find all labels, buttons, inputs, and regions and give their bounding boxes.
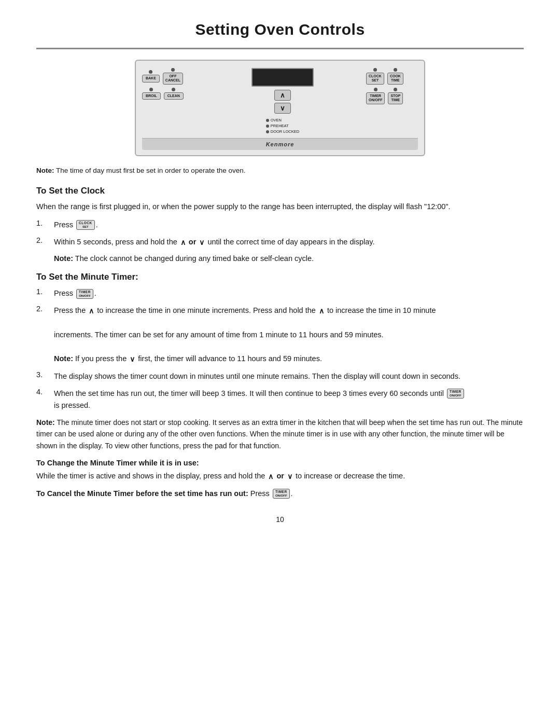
change-timer-text: While the timer is active and shows in t… bbox=[36, 470, 524, 482]
step-1-press-label: Press bbox=[54, 221, 73, 229]
timer-down-arrow-note: ∨ bbox=[130, 353, 135, 365]
down-arrow-btn: ∨ bbox=[274, 103, 291, 114]
clean-button-group: CLEAN bbox=[164, 88, 184, 100]
timer-step-2-text: Press the bbox=[54, 306, 86, 314]
clean-btn: CLEAN bbox=[164, 92, 184, 100]
clock-btn-label-bottom: SET bbox=[82, 225, 89, 229]
left-buttons: BAKE OFFCANCEL BROIL CLEAN bbox=[142, 68, 199, 100]
timer-step-2-text2: to increase the time in one minute incre… bbox=[97, 306, 316, 314]
clock-btn-label-top: CLOCK bbox=[79, 221, 92, 225]
up-arrow-inline: ∧ bbox=[180, 237, 186, 248]
timer-step-1-content: Press TIMER ON/OFF . bbox=[54, 287, 524, 299]
step-1-num: 1. bbox=[36, 219, 49, 227]
note-top: Note: The time of day must first be set … bbox=[36, 164, 524, 176]
timer-step-4-num: 4. bbox=[36, 388, 49, 396]
timer-step-2-num: 2. bbox=[36, 305, 49, 313]
timer-step-2-text4: increments. The timer can be set for any… bbox=[54, 331, 384, 339]
step-1-content: Press CLOCK SET . bbox=[54, 219, 524, 231]
timer-up-arrow: ∧ bbox=[89, 305, 94, 317]
timer-step-3-content: The display shows the timer count down i… bbox=[54, 370, 524, 382]
note-bottom-label: Note: bbox=[36, 418, 55, 427]
timer-up-arrow2: ∧ bbox=[319, 305, 324, 317]
off-cancel-btn: OFFCANCEL bbox=[163, 73, 183, 85]
change-timer-subheading: To Change the Minute Timer while it is i… bbox=[36, 459, 524, 467]
oven-display bbox=[251, 68, 314, 87]
cancel-timer-press: Press bbox=[250, 489, 272, 498]
change-timer-or: or bbox=[276, 472, 284, 480]
timer-step-4-content: When the set time has run out, the timer… bbox=[54, 388, 524, 411]
timer-step-2-text3: to increase the time in 10 minute bbox=[327, 306, 436, 314]
set-clock-note-text: The clock cannot be changed during any t… bbox=[75, 254, 314, 263]
note-top-text: The time of day must first be set in ord… bbox=[56, 167, 245, 174]
timer-step-2-note-text: If you press the bbox=[75, 354, 127, 363]
broil-button-group: BROIL bbox=[142, 88, 161, 100]
preheat-indicator: PREHEAT bbox=[266, 123, 299, 128]
timer-step-2-note-label: Note: bbox=[54, 354, 73, 363]
cancel-timer-line: To Cancel the Minute Timer before the se… bbox=[36, 488, 524, 500]
step-2-or: or bbox=[189, 238, 197, 246]
broil-btn: BROIL bbox=[142, 92, 161, 100]
note-top-label: Note: bbox=[36, 167, 54, 174]
clock-set-btn: CLOCKSET bbox=[366, 73, 384, 85]
timer-btn: TIMERON/OFF bbox=[366, 92, 385, 104]
timer-onoff-inline-btn: TIMER ON/OFF bbox=[76, 289, 93, 299]
right-buttons: CLOCKSET COOKTIME TIMERON/OFF STOPTIME bbox=[366, 68, 418, 104]
set-clock-note: Note: The clock cannot be changed during… bbox=[54, 253, 524, 265]
down-arrow-inline: ∨ bbox=[199, 237, 204, 248]
cancel-timer-btn: TIMER ON/OFF bbox=[273, 489, 290, 499]
change-timer-text-part1: While the timer is active and shows in t… bbox=[36, 472, 265, 480]
note-bottom: Note: The minute timer does not start or… bbox=[36, 417, 524, 451]
timer-btn-label-bottom: ON/OFF bbox=[79, 294, 91, 298]
clock-set-button-group: CLOCKSET bbox=[366, 68, 384, 85]
step-2-content: Within 5 seconds, press and hold the ∧ o… bbox=[54, 236, 524, 248]
page-number: 10 bbox=[36, 515, 524, 524]
step-2-text: Within 5 seconds, press and hold the bbox=[54, 238, 177, 246]
timer-step-2-content: Press the ∧ to increase the time in one … bbox=[54, 305, 524, 365]
timer-step-1-num: 1. bbox=[36, 287, 49, 296]
timer-step-2: 2. Press the ∧ to increase the time in o… bbox=[36, 305, 524, 365]
up-arrow-btn: ∧ bbox=[274, 90, 291, 101]
change-timer-down-arrow: ∨ bbox=[287, 471, 292, 482]
timer-step-1: 1. Press TIMER ON/OFF . bbox=[36, 287, 524, 299]
note-bottom-text: The minute timer does not start or stop … bbox=[36, 418, 523, 450]
cook-time-btn: COOKTIME bbox=[387, 73, 403, 85]
oven-diagram: BAKE OFFCANCEL BROIL CLEAN bbox=[36, 60, 524, 156]
cancel-timer-bold-text: To Cancel the Minute Timer before the se… bbox=[36, 489, 248, 498]
set-clock-step-2: 2. Within 5 seconds, press and hold the … bbox=[36, 236, 524, 248]
set-minute-timer-section-title: To Set the Minute Timer: bbox=[36, 272, 524, 282]
indicator-row: OVEN PREHEAT DOOR LOCKED bbox=[266, 118, 299, 134]
change-timer-text-part2: to increase or decrease the time. bbox=[296, 472, 405, 480]
timer-step-4-suffix: is pressed. bbox=[54, 401, 90, 409]
kenmore-brand: Kenmore bbox=[142, 138, 418, 150]
timer-step-4: 4. When the set time has run out, the ti… bbox=[36, 388, 524, 411]
oven-center: ∧ ∨ OVEN PREHEAT DOOR LOCKED bbox=[203, 68, 362, 134]
clock-set-inline-btn: CLOCK SET bbox=[76, 220, 95, 230]
set-clock-intro: When the range is first plugged in, or w… bbox=[36, 201, 524, 213]
step-2-suffix: until the correct time of day appears in… bbox=[207, 238, 374, 246]
arrow-buttons: ∧ ∨ bbox=[274, 90, 291, 114]
off-cancel-button-group: OFFCANCEL bbox=[163, 68, 183, 85]
set-clock-note-label: Note: bbox=[54, 254, 73, 263]
bake-button-group: BAKE bbox=[142, 70, 160, 82]
oven-panel: BAKE OFFCANCEL BROIL CLEAN bbox=[135, 60, 425, 156]
door-locked-indicator: DOOR LOCKED bbox=[266, 129, 299, 134]
oven-indicator: OVEN bbox=[266, 118, 299, 122]
step-2-num: 2. bbox=[36, 236, 49, 244]
page-title: Setting Oven Controls bbox=[36, 21, 524, 38]
set-clock-section-title: To Set the Clock bbox=[36, 186, 524, 196]
set-clock-step-1: 1. Press CLOCK SET . bbox=[36, 219, 524, 231]
timer-onoff-inline-btn-2: TIMER ON/OFF bbox=[447, 389, 464, 399]
timer-btn-label-top: TIMER bbox=[79, 290, 91, 294]
change-timer-up-arrow: ∧ bbox=[268, 471, 273, 482]
stop-time-btn: STOPTIME bbox=[388, 92, 403, 104]
timer-step-2-note-text2: first, the timer will advance to 11 hour… bbox=[138, 354, 322, 363]
stop-time-button-group: STOPTIME bbox=[388, 88, 403, 104]
bake-btn: BAKE bbox=[142, 75, 160, 82]
top-divider bbox=[36, 48, 524, 49]
timer-button-group: TIMERON/OFF bbox=[366, 88, 385, 104]
timer-step-4-text: When the set time has run out, the timer… bbox=[54, 389, 444, 397]
cook-time-button-group: COOKTIME bbox=[387, 68, 403, 85]
timer-step-3: 3. The display shows the timer count dow… bbox=[36, 370, 524, 382]
timer-step-3-num: 3. bbox=[36, 370, 49, 379]
timer-step-1-press: Press bbox=[54, 289, 73, 297]
